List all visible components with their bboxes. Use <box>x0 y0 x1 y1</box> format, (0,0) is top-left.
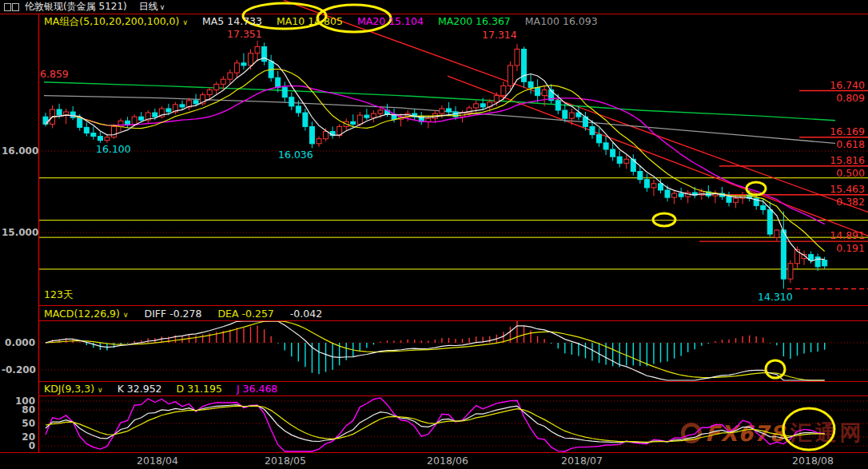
window-layout-icon[interactable] <box>4 3 19 11</box>
macd-diff-value: DIFF -0.278 <box>145 308 202 320</box>
kdj-indicator-header: KDJ(9,3,3) ∨ K 32.952 D 31.195 J 36.468 <box>44 383 277 395</box>
ma5-value: MA5 14.733 <box>202 15 262 29</box>
ma200-value: MA200 16.367 <box>438 15 511 29</box>
ma-indicator-header: MA组合(5,10,20,200,100,0) ∨ MA5 14.733 MA1… <box>44 15 598 29</box>
chevron-down-icon: ∨ <box>98 386 103 394</box>
macd-selector[interactable]: MACD(12,26,9) ∨ <box>44 308 129 320</box>
period-selector[interactable]: 日线 ∨ <box>139 0 165 14</box>
chart-app: 伦敦银现(贵金属 5121) 日线 ∨ MA组合(5,10,20,200,100… <box>0 0 868 469</box>
ma-group-selector[interactable]: MA组合(5,10,20,200,100,0) ∨ <box>44 15 188 29</box>
ma100-value: MA100 16.093 <box>525 15 598 29</box>
kdj-j-value: J 36.468 <box>237 383 277 395</box>
ma10-value: MA10 14.805 <box>277 15 343 29</box>
chevron-down-icon: ∨ <box>123 311 129 319</box>
kdj-selector[interactable]: KDJ(9,3,3) ∨ <box>44 383 103 395</box>
chevron-down-icon: ∨ <box>160 3 165 11</box>
chevron-down-icon: ∨ <box>182 18 188 26</box>
kdj-d-value: D 31.195 <box>177 383 222 395</box>
macd-indicator-header: MACD(12,26,9) ∨ DIFF -0.278 DEA -0.257 -… <box>44 308 322 320</box>
chart-canvas[interactable] <box>0 0 868 469</box>
macd-dea-value: DEA -0.257 <box>217 308 273 320</box>
title-bar: 伦敦银现(贵金属 5121) 日线 ∨ <box>0 0 868 14</box>
symbol-title: 伦敦银现(贵金属 5121) <box>25 0 127 14</box>
kdj-k-value: K 32.952 <box>117 383 162 395</box>
period-label: 日线 <box>139 0 158 14</box>
ma20-value: MA20 15.104 <box>357 15 424 29</box>
chart-svg <box>0 0 868 469</box>
macd-hist-value: -0.042 <box>290 308 322 320</box>
